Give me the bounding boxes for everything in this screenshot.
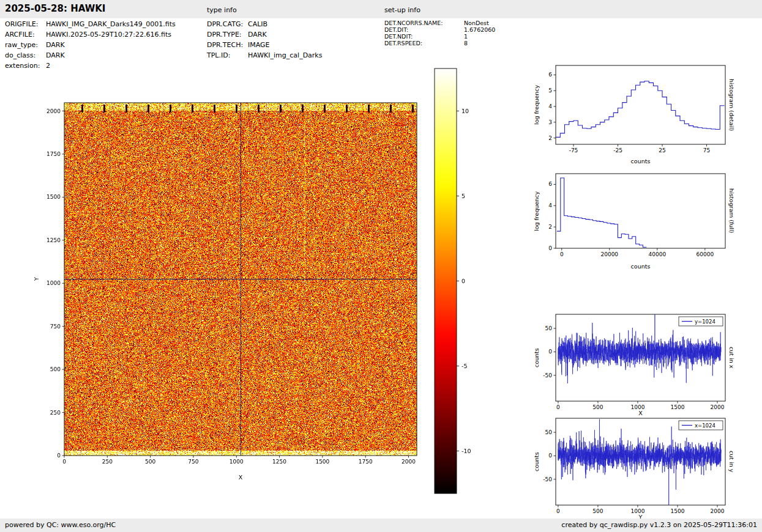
- cut-x-ylabel: counts: [532, 314, 540, 401]
- y-tick-label: 1500: [47, 194, 61, 200]
- setup-info-heading: set-up info: [384, 6, 420, 14]
- y-tick-label: 50: [545, 325, 553, 331]
- metadata-label: TPL.ID:: [207, 51, 248, 62]
- x-tick-label: 40000: [648, 251, 666, 257]
- metadata-value: IMAGE: [248, 41, 270, 51]
- histogram-full-chart: 02000040000600000246: [521, 166, 733, 267]
- y-tick-label: 2000: [47, 108, 61, 114]
- metadata-label: DPR.CATG:: [207, 20, 248, 31]
- y-tick-label: 0: [57, 453, 61, 459]
- y-tick-label: 5: [548, 87, 552, 94]
- x-tick-label: 250: [102, 459, 113, 465]
- x-tick-label: 25: [659, 147, 665, 153]
- y-tick-label: 500: [50, 366, 61, 372]
- x-tick-label: 1000: [230, 459, 244, 465]
- x-tick-label: 75: [703, 147, 710, 153]
- footer-left-text: powered by QC: www.eso.org/HC: [5, 521, 116, 529]
- y-tick-label: 50: [545, 429, 553, 435]
- y-tick-label: 0: [548, 245, 552, 251]
- metadata-label: ORIGFILE:: [5, 20, 46, 31]
- y-tick-label: 4: [548, 103, 552, 109]
- histogram-full-ylabel: log frequency: [532, 174, 540, 248]
- histogram-full-xlabel: counts: [556, 263, 725, 270]
- histogram-detail-side-label: histogram (detail): [727, 65, 736, 144]
- metadata-row: raw_type:DARK: [5, 41, 176, 51]
- x-tick-label: 0: [560, 251, 564, 257]
- metadata-value: CALIB: [248, 20, 267, 31]
- y-tick-label: 2: [548, 135, 552, 141]
- y-tick-label: 4: [548, 202, 552, 209]
- colorbar-tick-label: -5: [461, 363, 467, 369]
- metadata-value: NonDest: [464, 20, 489, 26]
- metadata-value: HAWKI_img_cal_Darks: [248, 51, 322, 62]
- x-tick-label: 500: [145, 459, 155, 465]
- colorbar-tick-label: 5: [461, 193, 465, 199]
- main-plot-axes: 0250500750100012501500175020000250500750…: [34, 92, 438, 495]
- y-tick-label: 750: [50, 323, 61, 330]
- x-tick-label: 1500: [315, 459, 329, 465]
- metadata-row: DPR.CATG:CALIB: [207, 20, 322, 31]
- metadata-value: HAWKI.2025-05-29T10:27:22.616.fits: [46, 31, 171, 41]
- metadata-label: DPR.TYPE:: [207, 31, 248, 41]
- type-info-heading: type info: [207, 6, 237, 14]
- cut-x-side-label: cut in x: [727, 314, 736, 401]
- y-tick-label: 6: [548, 72, 552, 78]
- page-title: 2025-05-28: HAWKI: [5, 3, 105, 14]
- plot-frame: [556, 65, 725, 144]
- metadata-row: do_class:DARK: [5, 51, 176, 62]
- metadata-value: 2: [46, 62, 50, 72]
- metadata-row: TPL.ID:HAWKI_img_cal_Darks: [207, 51, 322, 62]
- x-tick-label: -25: [613, 147, 622, 153]
- x-tick-label: 20000: [600, 251, 618, 257]
- metadata-value: 1: [464, 33, 468, 40]
- histogram-detail-ylabel: log frequency: [532, 65, 540, 144]
- colorbar-tick-label: 10: [461, 108, 469, 114]
- metadata-value: DARK: [248, 31, 267, 41]
- metadata-value: DARK: [46, 41, 65, 51]
- x-tick-label: 0: [62, 459, 66, 465]
- x-tick-label: -75: [569, 147, 578, 153]
- histogram-detail-xlabel: counts: [556, 158, 725, 164]
- cut-line: [558, 419, 721, 509]
- colorbar: 1050-5-10: [428, 64, 485, 501]
- y-tick-label: 2: [548, 224, 552, 230]
- x-tick-label: 750: [188, 459, 198, 465]
- y-tick-label: 6: [548, 181, 552, 187]
- main-xaxis-label: X: [64, 474, 417, 481]
- main-yaxis-label: Y: [32, 103, 40, 456]
- plot-frame: [556, 174, 725, 248]
- y-tick-label: 1000: [47, 280, 61, 286]
- histogram-detail-chart: -75-25257523456: [521, 58, 733, 165]
- x-tick-label: 1750: [359, 459, 373, 465]
- y-tick-label: 0: [548, 453, 552, 459]
- metadata-row: DET.NDIT:1: [384, 33, 495, 40]
- metadata-row: DET.DIT:1.6762060: [384, 26, 495, 33]
- y-tick-label: 0: [548, 349, 552, 355]
- colorbar-gradient: [435, 68, 457, 493]
- y-tick-label: -50: [543, 476, 552, 482]
- x-tick-label: 1250: [272, 459, 286, 465]
- metadata-label: DET.DIT:: [384, 26, 464, 33]
- x-tick-label: 2000: [402, 459, 416, 465]
- metadata-label: DET.RSPEED:: [384, 40, 464, 46]
- legend-label: x=1024: [695, 423, 715, 429]
- metadata-label: ARCFILE:: [5, 31, 46, 41]
- colorbar-tick-label: 0: [461, 278, 465, 284]
- metadata-row: extension:2: [5, 62, 176, 72]
- histogram-full-side-label: histogram (full): [727, 174, 736, 248]
- metadata-row: DET.RSPEED:8: [384, 40, 495, 46]
- metadata-row: ORIGFILE:HAWKI_IMG_DARK_Darks149_0001.fi…: [5, 20, 176, 31]
- cut-y-ylabel: counts: [532, 418, 540, 505]
- metadata-label: raw_type:: [5, 41, 46, 51]
- metadata-label: DET.NCORRS.NAME:: [384, 20, 464, 26]
- metadata-value: 1.6762060: [464, 26, 495, 33]
- metadata-value: DARK: [46, 51, 65, 62]
- histogram-line: [556, 81, 725, 138]
- file-info-block: ORIGFILE:HAWKI_IMG_DARK_Darks149_0001.fi…: [5, 20, 176, 72]
- metadata-value: HAWKI_IMG_DARK_Darks149_0001.fits: [46, 20, 176, 31]
- metadata-row: DET.NCORRS.NAME:NonDest: [384, 20, 495, 26]
- type-info-block: DPR.CATG:CALIBDPR.TYPE:DARKDPR.TECH:IMAG…: [207, 20, 322, 62]
- metadata-label: DPR.TECH:: [207, 41, 248, 51]
- cut-y-side-label: cut in y: [727, 418, 736, 505]
- y-tick-label: 3: [548, 119, 552, 125]
